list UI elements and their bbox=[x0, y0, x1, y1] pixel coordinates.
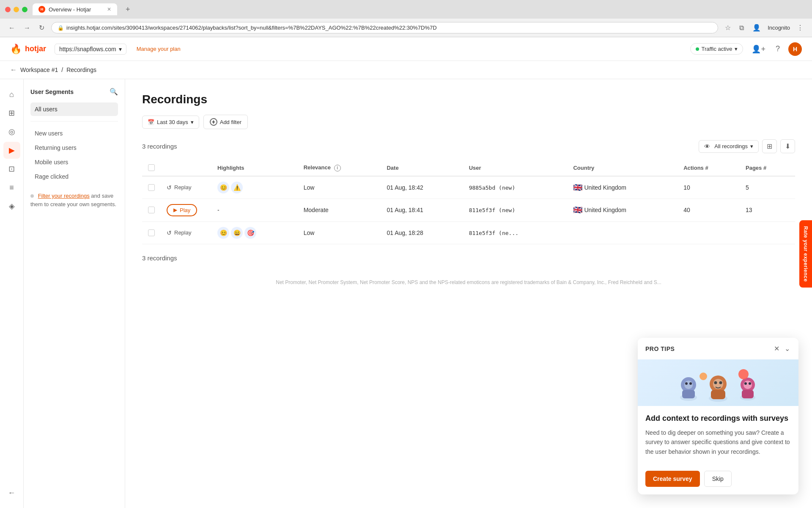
select-all-checkbox[interactable] bbox=[148, 164, 155, 171]
window-controls[interactable] bbox=[5, 7, 27, 12]
segment-mobile-users[interactable]: Mobile users bbox=[30, 155, 118, 169]
pro-tips-header: PRO TIPS ✕ ⌄ bbox=[638, 338, 798, 359]
profile-icon[interactable]: 👤 bbox=[751, 22, 763, 33]
view-selector-label: All recordings bbox=[714, 143, 748, 149]
incognito-button[interactable]: Incognito bbox=[768, 25, 790, 31]
flag-icon: 🇬🇧 bbox=[573, 183, 582, 192]
forward-button[interactable]: → bbox=[22, 22, 32, 33]
pro-tips-illustration bbox=[638, 359, 798, 406]
replay-icon: ↺ bbox=[167, 184, 172, 191]
refresh-button[interactable]: ↻ bbox=[37, 22, 46, 33]
sidebar-icon-recordings[interactable]: ▶ bbox=[3, 142, 20, 159]
new-tab-button[interactable]: + bbox=[122, 5, 134, 14]
pro-tips-close-icon[interactable]: ✕ bbox=[773, 344, 780, 353]
grid-view-button[interactable]: ⊞ bbox=[762, 139, 777, 153]
th-date: Date bbox=[381, 160, 463, 176]
sidebar-icon-feedback[interactable]: ◎ bbox=[3, 123, 20, 140]
footer-text: Net Promoter, Net Promoter System, Net P… bbox=[142, 279, 795, 287]
segment-all-users[interactable]: All users bbox=[30, 102, 118, 116]
pro-tips-content: Add context to recordings with surveys N… bbox=[638, 406, 798, 471]
country-name: United Kingdom bbox=[584, 184, 626, 191]
sidebar-icon-surveys[interactable]: ≡ bbox=[3, 179, 20, 196]
svg-rect-8 bbox=[711, 390, 725, 399]
segment-rage-clicked[interactable]: Rage clicked bbox=[30, 170, 118, 183]
segments-search-icon[interactable]: 🔍 bbox=[110, 88, 118, 96]
url-text: insights.hotjar.com/sites/3090413/worksp… bbox=[66, 25, 437, 31]
relevance-info-icon[interactable]: i bbox=[334, 165, 341, 171]
help-icon[interactable]: ? bbox=[774, 43, 782, 55]
download-button[interactable]: ⬇ bbox=[780, 139, 795, 153]
page-title: Recordings bbox=[142, 93, 795, 106]
breadcrumb-current: Recordings bbox=[66, 66, 96, 73]
replay-icon: ↺ bbox=[167, 229, 172, 236]
highlight-emoji: 🎯 bbox=[244, 227, 256, 239]
row-checkbox[interactable] bbox=[148, 229, 155, 236]
plus-icon: + bbox=[210, 118, 217, 126]
svg-point-3 bbox=[684, 381, 693, 389]
back-button[interactable]: ← bbox=[7, 22, 17, 33]
filter-link[interactable]: Filter your recordings bbox=[38, 193, 90, 199]
lock-icon: 🔒 bbox=[58, 25, 64, 31]
segments-header: User Segments 🔍 bbox=[30, 88, 118, 96]
row-checkbox[interactable] bbox=[148, 207, 155, 213]
skip-button[interactable]: Skip bbox=[704, 471, 732, 487]
top-navbar: 🔥 hotjar https://snapflows.com ▾ Manage … bbox=[0, 37, 812, 61]
calendar-icon: 📅 bbox=[148, 119, 154, 125]
date-filter-label: Last 30 days bbox=[157, 119, 188, 125]
pro-tips-collapse-icon[interactable]: ⌄ bbox=[784, 344, 791, 353]
rate-experience-label: Rate your experience bbox=[803, 226, 809, 282]
svg-point-11 bbox=[719, 381, 722, 384]
pro-tips-popup: PRO TIPS ✕ ⌄ bbox=[638, 338, 798, 494]
menu-icon[interactable]: ⋮ bbox=[795, 22, 805, 33]
manage-plan-link[interactable]: Manage your plan bbox=[137, 46, 181, 52]
svg-rect-2 bbox=[682, 390, 695, 398]
th-country: Country bbox=[567, 160, 678, 176]
add-filter-button[interactable]: + Add filter bbox=[203, 115, 248, 129]
sidebar-icon-collapse[interactable]: ← bbox=[3, 484, 20, 501]
browser-action-buttons: ☆ ⧉ 👤 Incognito ⋮ bbox=[723, 22, 805, 33]
table-row: ↺Replay😊😀🎯Low01 Aug, 18:28811e5f3f (ne..… bbox=[142, 221, 795, 244]
sidebar-icon-dashboard[interactable]: ⊞ bbox=[3, 105, 20, 121]
add-user-icon[interactable]: 👤+ bbox=[750, 43, 767, 55]
hotjar-logo[interactable]: 🔥 hotjar bbox=[10, 44, 46, 55]
replay-button[interactable]: ↺Replay bbox=[167, 229, 191, 236]
bookmark-icon[interactable]: ☆ bbox=[723, 22, 732, 33]
breadcrumb-back-button[interactable]: ← bbox=[10, 66, 17, 74]
sidebar-icon-funnels[interactable]: ◈ bbox=[3, 198, 20, 215]
avatar[interactable]: H bbox=[788, 42, 802, 56]
row-checkbox[interactable] bbox=[148, 184, 155, 191]
footer-count: 3 recordings bbox=[142, 254, 795, 262]
date-filter-button[interactable]: 📅 Last 30 days ▾ bbox=[142, 116, 199, 129]
view-selector[interactable]: 👁 All recordings ▾ bbox=[699, 140, 759, 153]
close-dot[interactable] bbox=[5, 7, 11, 12]
site-selector[interactable]: https://snapflows.com ▾ bbox=[55, 44, 126, 55]
minimize-dot[interactable] bbox=[14, 7, 19, 12]
pages-count-cell: 5 bbox=[740, 176, 795, 199]
user-cell: 811e5f3f (ne... bbox=[463, 221, 568, 244]
replay-button[interactable]: ↺Replay bbox=[167, 184, 191, 191]
play-button[interactable]: ▶Play bbox=[167, 204, 197, 216]
pages-count-cell bbox=[740, 221, 795, 244]
rate-experience-sidebar[interactable]: Rate your experience bbox=[799, 220, 812, 287]
traffic-status-badge[interactable]: Traffic active ▾ bbox=[690, 43, 743, 55]
extensions-icon[interactable]: ⧉ bbox=[738, 22, 746, 33]
active-tab[interactable]: H Overview - Hotjar ✕ bbox=[33, 3, 117, 15]
maximize-dot[interactable] bbox=[22, 7, 27, 12]
create-survey-button[interactable]: Create survey bbox=[645, 471, 700, 487]
svg-point-10 bbox=[714, 381, 717, 384]
icon-sidebar: ⌂ ⊞ ◎ ▶ ⊡ ≡ ◈ ← bbox=[0, 79, 24, 508]
sidebar-icon-heatmaps[interactable]: ⊡ bbox=[3, 160, 20, 177]
relevance-cell: Low bbox=[298, 176, 381, 199]
tab-close-icon[interactable]: ✕ bbox=[107, 6, 111, 12]
segment-returning-users[interactable]: Returning users bbox=[30, 141, 118, 155]
highlight-emoji: 😊 bbox=[217, 227, 229, 239]
date-cell: 01 Aug, 18:28 bbox=[381, 221, 463, 244]
segment-hint: Filter your recordings and save them to … bbox=[30, 192, 118, 208]
pages-count-cell: 13 bbox=[740, 199, 795, 221]
address-bar[interactable]: 🔒 insights.hotjar.com/sites/3090413/work… bbox=[51, 22, 718, 33]
segment-new-users[interactable]: New users bbox=[30, 127, 118, 140]
sidebar-icon-home[interactable]: ⌂ bbox=[3, 86, 20, 103]
segments-panel: User Segments 🔍 All users New users Retu… bbox=[24, 79, 125, 508]
svg-point-9 bbox=[713, 379, 723, 389]
user-id: 811e5f3f (new) bbox=[469, 207, 516, 213]
